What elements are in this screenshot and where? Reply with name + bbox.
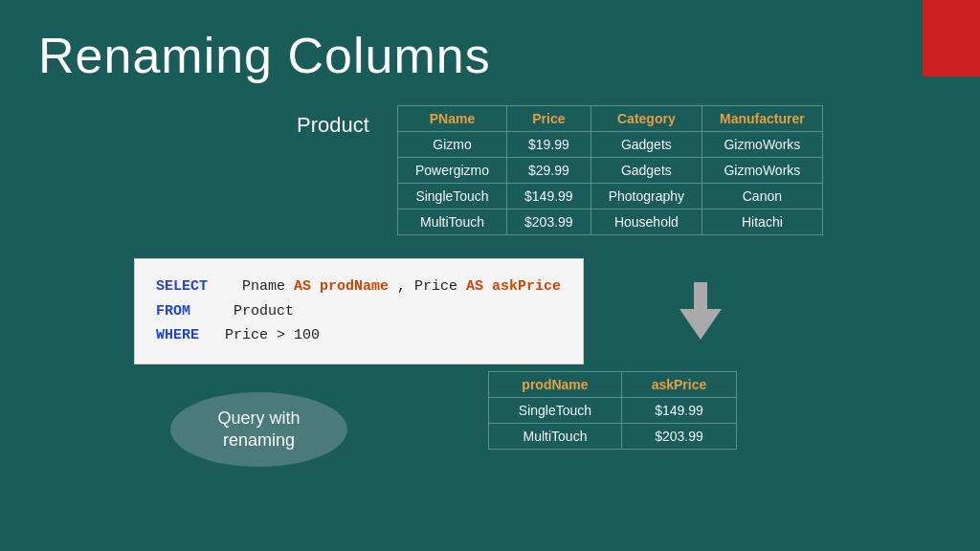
table-cell: MultiTouch xyxy=(489,424,622,450)
table-cell: Household xyxy=(590,209,702,235)
result-label-ellipse: Query withrenaming xyxy=(170,392,347,467)
sql-as1: AS prodName xyxy=(294,278,389,295)
table-row: SingleTouch$149.99PhotographyCanon xyxy=(398,184,823,209)
arrow-shaft xyxy=(694,282,707,309)
table-row: MultiTouch$203.99HouseholdHitachi xyxy=(398,209,823,235)
result-col-askprice: askPrice xyxy=(621,372,736,398)
table-cell: Gizmo xyxy=(398,132,507,158)
sql-where-keyword: WHERE xyxy=(156,327,199,343)
sql-field1: Pname xyxy=(216,278,294,295)
product-col-category: Category xyxy=(590,106,702,132)
sql-line3: WHERE Price > 100 xyxy=(156,323,562,348)
product-label: Product xyxy=(297,113,369,138)
table-cell: $149.99 xyxy=(507,184,591,209)
sql-comma: , Price xyxy=(397,278,466,295)
table-cell: Canon xyxy=(702,184,823,209)
table-cell: GizmoWorks xyxy=(702,132,823,158)
table-cell: SingleTouch xyxy=(489,398,622,424)
product-col-manufacturer: Manufacturer xyxy=(702,106,823,132)
table-cell: Powergizmo xyxy=(398,158,507,184)
sql-query-box: SELECT Pname AS prodName , Price AS askP… xyxy=(134,258,584,364)
result-col-prodname: prodName xyxy=(489,372,622,398)
table-cell: Gadgets xyxy=(590,158,702,184)
sql-where-condition: Price > 100 xyxy=(208,327,320,343)
table-cell: Photography xyxy=(590,184,702,209)
table-cell: $203.99 xyxy=(621,424,736,450)
sql-as2: AS askPrice xyxy=(466,278,561,295)
product-table: PName Price Category Manufacturer Gizmo$… xyxy=(397,105,823,235)
table-cell: $203.99 xyxy=(507,209,591,235)
decoration-red-rect xyxy=(923,0,980,77)
sql-line1: SELECT Pname AS prodName , Price AS askP… xyxy=(156,275,562,299)
table-row: Gizmo$19.99GadgetsGizmoWorks xyxy=(398,132,823,158)
table-cell: Hitachi xyxy=(702,209,823,235)
table-row: Powergizmo$29.99GadgetsGizmoWorks xyxy=(398,158,823,184)
sql-from-keyword: FROM xyxy=(156,303,190,320)
product-col-pname: PName xyxy=(398,106,507,132)
table-cell: $149.99 xyxy=(621,398,736,424)
table-cell: $19.99 xyxy=(507,132,591,158)
sql-from-table: Product xyxy=(199,303,294,320)
table-cell: GizmoWorks xyxy=(702,158,823,184)
result-table: prodName askPrice SingleTouch$149.99Mult… xyxy=(488,371,737,450)
table-row: MultiTouch$203.99 xyxy=(489,424,737,450)
page-title: Renaming Columns xyxy=(38,27,491,84)
result-label-text: Query withrenaming xyxy=(217,408,300,452)
sql-select-keyword: SELECT xyxy=(156,278,208,295)
arrow-down-container xyxy=(679,282,722,340)
table-row: SingleTouch$149.99 xyxy=(489,398,737,424)
sql-line2: FROM Product xyxy=(156,299,562,324)
table-cell: $29.99 xyxy=(507,158,591,184)
table-cell: MultiTouch xyxy=(398,209,507,235)
arrow-head xyxy=(679,309,722,340)
table-cell: SingleTouch xyxy=(398,184,507,209)
table-cell: Gadgets xyxy=(590,132,702,158)
product-col-price: Price xyxy=(507,106,591,132)
